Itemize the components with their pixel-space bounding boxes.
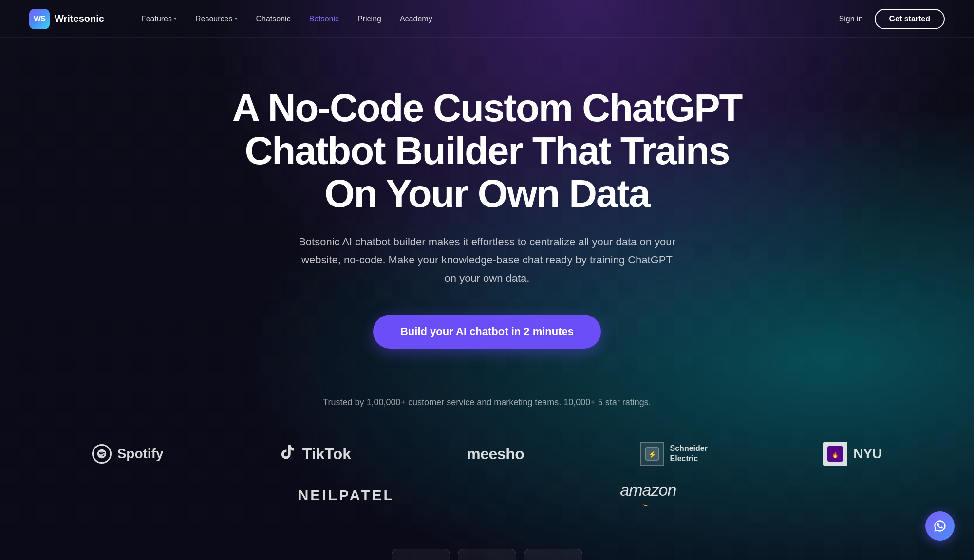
sign-in-button[interactable]: Sign in bbox=[839, 15, 863, 23]
navbar: WS Writesonic Features ▾ Resources ▾ Cha… bbox=[0, 0, 974, 38]
schneider-label: SchneiderElectric bbox=[670, 444, 708, 464]
logo-amazon: amazon ⌣ bbox=[620, 481, 676, 510]
badge-2: G bbox=[458, 549, 516, 560]
logo-tiktok: TikTok bbox=[279, 443, 351, 465]
logo-spotify: Spotify bbox=[92, 444, 164, 464]
hero-section: A No-Code Custom ChatGPT Chatbot Builder… bbox=[0, 38, 974, 378]
logos-container: Spotify TikTok meesho ⚡ SchneiderElect bbox=[0, 442, 974, 529]
chat-button[interactable] bbox=[925, 511, 955, 541]
hero-title: A No-Code Custom ChatGPT Chatbot Builder… bbox=[219, 87, 755, 215]
tiktok-icon bbox=[279, 443, 297, 465]
logo-icon: WS bbox=[29, 9, 50, 29]
meesho-label: meesho bbox=[467, 445, 524, 463]
spotify-label: Spotify bbox=[117, 446, 164, 462]
nav-item-resources[interactable]: Resources ▾ bbox=[187, 11, 245, 27]
chat-icon bbox=[933, 519, 947, 533]
badges-row: G G G bbox=[0, 529, 974, 560]
cta-button[interactable]: Build your AI chatbot in 2 minutes bbox=[373, 315, 601, 349]
nav-item-pricing[interactable]: Pricing bbox=[350, 11, 389, 27]
svg-text:⚡: ⚡ bbox=[648, 450, 656, 459]
logos-row-2: NEILPATEL amazon ⌣ bbox=[39, 466, 935, 510]
logo-link[interactable]: WS Writesonic bbox=[29, 9, 104, 29]
trust-text: Trusted by 1,00,000+ customer service an… bbox=[29, 397, 945, 408]
nav-item-features[interactable]: Features ▾ bbox=[133, 11, 185, 27]
nav-links: Features ▾ Resources ▾ Chatsonic Botsoni… bbox=[133, 11, 839, 27]
chevron-down-icon: ▾ bbox=[235, 16, 238, 22]
badge-1: G bbox=[392, 549, 450, 560]
logo-meesho: meesho bbox=[467, 445, 524, 463]
svg-text:🔥: 🔥 bbox=[832, 451, 839, 458]
get-started-button[interactable]: Get started bbox=[875, 9, 945, 29]
badge-3: G bbox=[524, 549, 582, 560]
logo-schneider: ⚡ SchneiderElectric bbox=[640, 442, 708, 466]
trust-bar: Trusted by 1,00,000+ customer service an… bbox=[0, 378, 974, 442]
logo-text: Writesonic bbox=[55, 13, 104, 24]
nav-actions: Sign in Get started bbox=[839, 9, 945, 29]
neilpatel-label: NEILPATEL bbox=[298, 487, 394, 504]
nav-item-chatsonic[interactable]: Chatsonic bbox=[248, 11, 299, 27]
amazon-label: amazon bbox=[620, 481, 676, 500]
amazon-arrow-icon: ⌣ bbox=[642, 500, 654, 510]
logo-neilpatel: NEILPATEL bbox=[298, 487, 394, 504]
schneider-icon: ⚡ bbox=[640, 442, 664, 466]
spotify-icon bbox=[92, 444, 112, 464]
logo-nyu: 🔥 NYU bbox=[823, 442, 882, 466]
logos-row-1: Spotify TikTok meesho ⚡ SchneiderElect bbox=[39, 442, 935, 466]
hero-subtitle: Botsonic AI chatbot builder makes it eff… bbox=[297, 233, 677, 287]
nav-item-botsonic[interactable]: Botsonic bbox=[301, 11, 347, 27]
nav-item-academy[interactable]: Academy bbox=[392, 11, 440, 27]
nyu-icon: 🔥 bbox=[823, 442, 847, 466]
chevron-down-icon: ▾ bbox=[174, 16, 177, 22]
nyu-label: NYU bbox=[853, 446, 882, 462]
tiktok-label: TikTok bbox=[302, 445, 351, 463]
